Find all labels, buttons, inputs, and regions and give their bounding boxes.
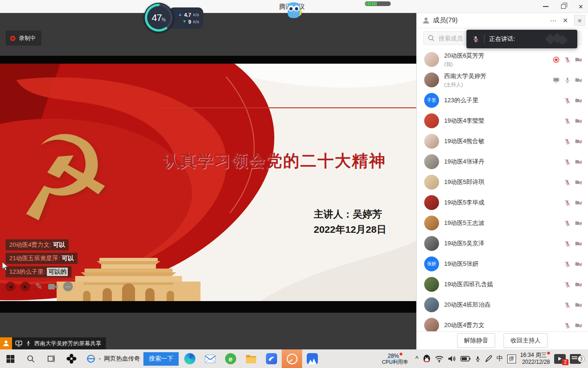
- member-row[interactable]: 20动医4班郑治垚: [417, 295, 588, 315]
- mic-muted-icon[interactable]: [564, 281, 571, 288]
- mic-muted-icon[interactable]: [564, 261, 571, 268]
- member-row[interactable]: 19动医5吴京泽: [417, 233, 588, 254]
- mic-muted-icon[interactable]: [564, 322, 571, 329]
- task-view-icon[interactable]: [41, 349, 61, 368]
- camera-muted-icon[interactable]: [575, 56, 582, 63]
- start-button[interactable]: [0, 349, 20, 368]
- ime-mode-indicator[interactable]: 拼: [507, 355, 516, 363]
- chat-text: 可以: [53, 241, 65, 249]
- camera-muted-icon[interactable]: [575, 199, 582, 206]
- mic-muted-icon[interactable]: [564, 56, 571, 63]
- mic-muted-icon[interactable]: [564, 220, 571, 227]
- mic-muted-icon[interactable]: [564, 118, 571, 125]
- camera-muted-icon[interactable]: [575, 240, 582, 247]
- member-row[interactable]: 西南大学吴婷芳(主持人): [417, 70, 588, 90]
- file-explorer-icon[interactable]: [241, 349, 261, 368]
- member-row[interactable]: 19动医4李莹莹: [417, 111, 588, 131]
- panel-menu-icon[interactable]: ≡: [574, 15, 585, 26]
- cpu-gauge[interactable]: 47 %: [144, 3, 174, 33]
- pen-tray-icon[interactable]: [485, 355, 492, 362]
- ime-language-indicator[interactable]: 中: [497, 355, 503, 363]
- tray-mic-icon[interactable]: [475, 355, 481, 363]
- record-indicator-icon[interactable]: [553, 56, 560, 63]
- tencent-meeting-icon[interactable]: [302, 349, 323, 368]
- member-name: 西南大学吴婷芳: [444, 72, 486, 80]
- member-row[interactable]: 19动医4熊合敏: [417, 131, 588, 151]
- camera-muted-icon[interactable]: [575, 281, 582, 288]
- qq-icon[interactable]: [423, 355, 431, 363]
- active-app-icon[interactable]: [282, 349, 302, 368]
- speaking-tooltip: 正在讲话:: [466, 30, 577, 48]
- camera-muted-icon[interactable]: [575, 77, 582, 84]
- battery-icon[interactable]: [460, 356, 471, 361]
- camera-muted-icon[interactable]: [575, 322, 582, 329]
- cpu-gauge-value: 47: [152, 12, 162, 23]
- camera-muted-icon[interactable]: [575, 118, 582, 125]
- panel-more-icon[interactable]: ⋯: [550, 17, 556, 24]
- xunlei-app-icon[interactable]: [261, 349, 282, 368]
- mic-muted-icon[interactable]: [564, 179, 571, 186]
- edge-browser-icon[interactable]: [180, 349, 200, 368]
- mic-muted-icon[interactable]: [564, 199, 571, 206]
- prev-slide-button[interactable]: ◀: [6, 282, 15, 291]
- screen-share-status-icon[interactable]: [15, 341, 22, 347]
- web-search-widget[interactable]: ▾ 网页热血传奇 搜索一下: [82, 349, 180, 368]
- avatar: 子里: [424, 93, 439, 108]
- pinwheel-app-icon[interactable]: [61, 349, 82, 368]
- cpu-tray-widget[interactable]: 28% CPU利用率: [379, 353, 411, 365]
- unmute-button[interactable]: 解除静音: [457, 333, 495, 348]
- camera-tool-icon[interactable]: [48, 283, 58, 290]
- screen-share-icon[interactable]: [553, 77, 560, 84]
- mic-muted-icon[interactable]: [564, 240, 571, 247]
- camera-muted-icon[interactable]: [575, 220, 582, 227]
- member-name-block: 20动医4曹力文: [444, 321, 485, 329]
- camera-muted-icon[interactable]: [575, 302, 582, 309]
- restore-icon[interactable]: [561, 4, 566, 9]
- camera-muted-icon[interactable]: [575, 138, 582, 145]
- member-row[interactable]: 张妍19动医5张妍: [417, 254, 588, 274]
- member-status-icons: [564, 261, 582, 268]
- member-row[interactable]: 20动医4曹力文: [417, 315, 588, 331]
- panel-close-icon[interactable]: ✕: [562, 17, 568, 24]
- member-row[interactable]: 19动医5王志波: [417, 213, 588, 233]
- close-icon[interactable]: ✕: [578, 4, 583, 10]
- pen-tool-icon[interactable]: ✎: [35, 282, 43, 291]
- member-row[interactable]: 19动医5李毕成: [417, 192, 588, 213]
- camera-muted-icon[interactable]: [575, 261, 582, 268]
- more-tools-button[interactable]: ⋯: [63, 282, 73, 291]
- presenter-icon[interactable]: [0, 337, 12, 349]
- 360-browser-icon[interactable]: e: [220, 349, 241, 368]
- member-status-icons: [564, 240, 582, 247]
- member-row[interactable]: 19动医四班孔含嫣: [417, 274, 588, 295]
- mic-muted-icon[interactable]: [564, 158, 571, 165]
- member-row[interactable]: 19动医5郎诗琪: [417, 172, 588, 192]
- web-search-button[interactable]: 搜索一下: [143, 352, 179, 366]
- mic-muted-icon[interactable]: [564, 302, 571, 309]
- mic-status-icon[interactable]: [26, 340, 31, 347]
- chat-sender: 123的么子里:: [9, 268, 45, 276]
- camera-muted-icon[interactable]: [575, 179, 582, 186]
- mic-muted-icon[interactable]: [564, 138, 571, 145]
- speaker-icon[interactable]: [448, 355, 456, 362]
- mic-on-icon[interactable]: [564, 77, 571, 84]
- web-widget-label[interactable]: 网页热血传奇: [104, 355, 140, 363]
- media-player-tray-icon[interactable]: 2: [554, 354, 566, 364]
- show-hidden-icons[interactable]: ^: [415, 355, 419, 362]
- member-row[interactable]: 子里123的么子里: [417, 90, 588, 111]
- recording-badge[interactable]: 录制中: [6, 31, 41, 46]
- member-row[interactable]: 20动医6莫芳芳(我): [417, 49, 588, 70]
- notification-center-icon[interactable]: 3: [570, 354, 581, 364]
- taskbar-search-icon[interactable]: [20, 349, 41, 368]
- panel-footer: 解除静音收回主持人: [417, 331, 588, 349]
- taskbar-clock[interactable]: 16:34 周三 2022/12/28: [520, 352, 550, 366]
- mic-muted-icon[interactable]: [564, 97, 571, 104]
- member-row[interactable]: 19动医4张译丹: [417, 151, 588, 172]
- reclaim-host-button[interactable]: 收回主持人: [504, 333, 548, 348]
- wifi-icon[interactable]: [435, 355, 444, 362]
- mail-app-icon[interactable]: [200, 349, 220, 368]
- camera-muted-icon[interactable]: [575, 97, 582, 104]
- member-status-icons: [553, 77, 582, 84]
- minimize-icon[interactable]: [543, 6, 549, 7]
- camera-muted-icon[interactable]: [575, 158, 582, 165]
- next-slide-button[interactable]: ▶: [20, 282, 30, 291]
